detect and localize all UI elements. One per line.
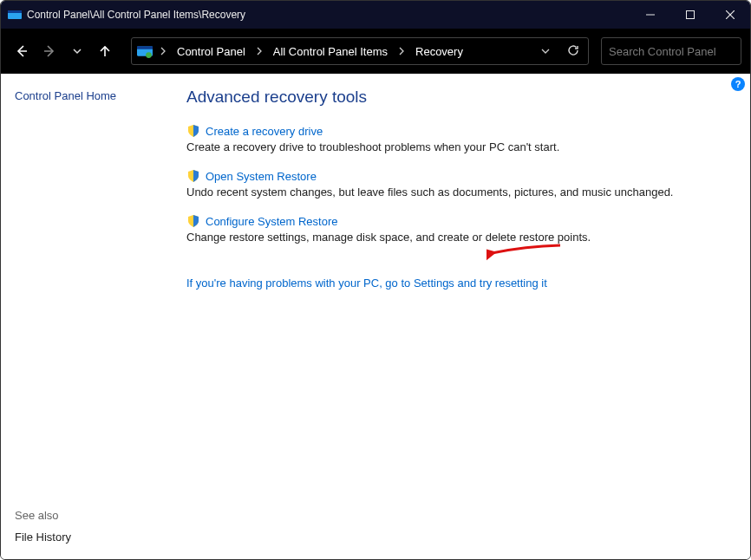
search-input[interactable] xyxy=(609,45,751,58)
refresh-button[interactable] xyxy=(564,42,583,61)
chevron-down-icon xyxy=(72,46,82,56)
chevron-down-icon xyxy=(541,47,550,55)
address-bar[interactable]: Control Panel All Control Panel Items Re… xyxy=(131,37,589,65)
content-pane: Advanced recovery tools Create a recover… xyxy=(183,74,750,559)
maximize-icon xyxy=(686,10,695,19)
search-box[interactable] xyxy=(601,37,741,65)
control-panel-home-link[interactable]: Control Panel Home xyxy=(15,89,169,102)
breadcrumb-chevron[interactable] xyxy=(252,43,266,60)
recent-locations-button[interactable] xyxy=(65,39,89,63)
create-recovery-drive-desc: Create a recovery drive to troubleshoot … xyxy=(186,140,726,153)
svg-rect-1 xyxy=(8,10,22,13)
configure-system-restore-desc: Change restore settings, manage disk spa… xyxy=(186,231,726,244)
arrow-up-icon xyxy=(98,44,112,58)
chevron-right-icon xyxy=(398,47,405,55)
close-icon xyxy=(726,10,735,19)
control-panel-small-icon xyxy=(137,43,153,59)
titlebar: Control Panel\All Control Panel Items\Re… xyxy=(1,1,750,29)
window-title: Control Panel\All Control Panel Items\Re… xyxy=(27,9,245,21)
svg-point-11 xyxy=(146,52,152,58)
tool-create-recovery-drive: Create a recovery drive Create a recover… xyxy=(186,124,726,153)
chevron-right-icon xyxy=(256,47,263,55)
content-body: ? Control Panel Home See also File Histo… xyxy=(1,74,750,559)
configure-system-restore-link[interactable]: Configure System Restore xyxy=(206,215,337,228)
close-button[interactable] xyxy=(710,1,750,29)
reset-pc-link[interactable]: If you're having problems with your PC, … xyxy=(186,277,547,290)
minimize-button[interactable] xyxy=(630,1,670,29)
see-also-label: See also xyxy=(15,509,169,522)
chevron-right-icon xyxy=(160,47,167,55)
breadcrumb-item-recovery[interactable]: Recovery xyxy=(410,43,468,60)
tool-open-system-restore: Open System Restore Undo recent system c… xyxy=(186,169,726,199)
breadcrumb-item-control-panel[interactable]: Control Panel xyxy=(172,43,251,60)
page-heading: Advanced recovery tools xyxy=(186,88,726,107)
sidebar: Control Panel Home See also File History xyxy=(1,74,183,559)
open-system-restore-desc: Undo recent system changes, but leave fi… xyxy=(186,186,726,199)
address-history-button[interactable] xyxy=(538,43,553,60)
back-button[interactable] xyxy=(10,39,34,63)
file-history-link[interactable]: File History xyxy=(15,531,169,544)
navbar: Control Panel All Control Panel Items Re… xyxy=(1,29,750,74)
shield-icon xyxy=(186,169,200,183)
breadcrumb-chevron[interactable] xyxy=(156,43,170,60)
control-panel-icon xyxy=(8,8,22,22)
tool-configure-system-restore: Configure System Restore Change restore … xyxy=(186,214,726,244)
arrow-left-icon xyxy=(15,44,29,58)
forward-button[interactable] xyxy=(37,39,62,63)
arrow-right-icon xyxy=(42,44,56,58)
svg-rect-10 xyxy=(137,46,153,49)
up-button[interactable] xyxy=(93,39,117,63)
refresh-icon xyxy=(567,44,579,56)
minimize-icon xyxy=(646,10,655,19)
maximize-button[interactable] xyxy=(670,1,710,29)
annotation-arrow xyxy=(487,241,565,267)
breadcrumb-item-all-items[interactable]: All Control Panel Items xyxy=(268,43,393,60)
control-panel-window: Control Panel\All Control Panel Items\Re… xyxy=(0,0,751,560)
create-recovery-drive-link[interactable]: Create a recovery drive xyxy=(206,125,323,138)
open-system-restore-link[interactable]: Open System Restore xyxy=(206,170,317,183)
svg-rect-3 xyxy=(687,11,695,19)
shield-icon xyxy=(186,124,200,138)
shield-icon xyxy=(186,214,200,228)
breadcrumb-chevron[interactable] xyxy=(395,43,408,60)
